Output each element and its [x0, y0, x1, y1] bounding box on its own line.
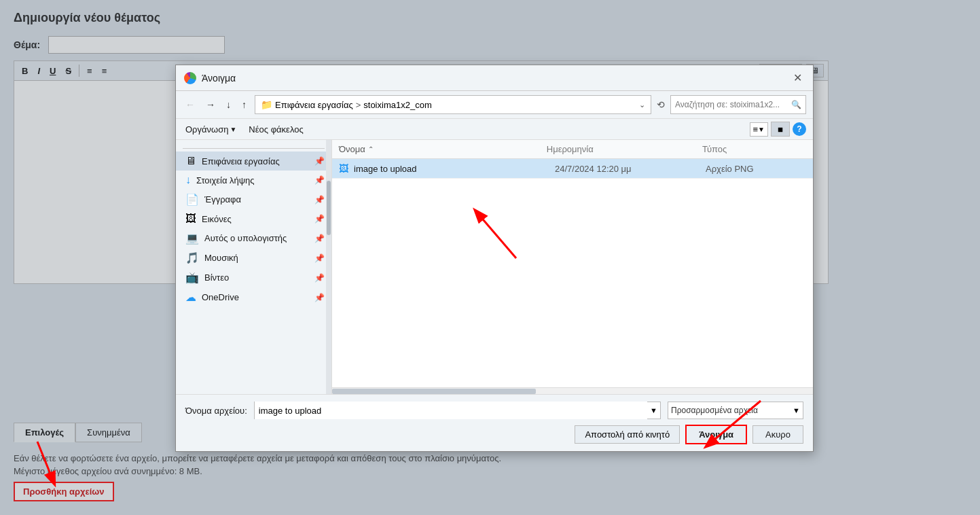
cancel-button[interactable]: Ακυρο [752, 425, 803, 444]
sidebar-item-computer[interactable]: 💻 Αυτός ο υπολογιστής 📌 [176, 228, 331, 248]
filetype-value: Προσαρμοσμένα αρχεία [671, 406, 793, 415]
sidebar-pin-images-icon: 📌 [314, 214, 325, 224]
nav-down-button[interactable]: ↓ [223, 98, 234, 111]
open-button[interactable]: Άνοιγμα [685, 425, 747, 444]
documents-icon: 📄 [185, 193, 199, 206]
sidebar-pin-computer-icon: 📌 [314, 234, 325, 243]
dialog-filelist: Όνομα ⌃ Ημερομηνία Τύπος 🖼 image to uplo… [332, 140, 813, 387]
sidebar-item-video[interactable]: 📺 Βίντεο 📌 [176, 268, 331, 287]
sidebar-video-label: Βίντεο [204, 272, 314, 283]
file-dialog: Άνοιγμα ✕ ← → ↓ ↑ 📁 Επιφάνεια εργασίας >… [175, 65, 814, 452]
sidebar-pin-video-icon: 📌 [314, 273, 325, 283]
sidebar-pin-icon: 📌 [314, 156, 325, 166]
new-folder-button[interactable]: Νέος φάκελος [246, 123, 306, 136]
view-list-button[interactable]: ≡ ▼ [750, 122, 769, 137]
search-input[interactable] [675, 100, 791, 109]
organize-chevron-icon: ▼ [230, 126, 236, 133]
dialog-content: 🖥 Επιφάνεια εργασίας 📌 ↓ Στοιχεία λήψης … [176, 140, 813, 394]
view-list-icon: ≡ [753, 124, 759, 135]
search-box: 🔍 [670, 95, 806, 114]
sidebar-downloads-label: Στοιχεία λήψης [196, 175, 314, 185]
sidebar-pin-music-icon: 📌 [314, 253, 325, 263]
nav-forward-button[interactable]: → [203, 98, 218, 111]
sidebar-separator [183, 148, 325, 149]
send-mobile-button[interactable]: Αποστολή από κινητό [575, 425, 680, 444]
filename-input[interactable] [255, 402, 647, 419]
sidebar-item-desktop[interactable]: 🖥 Επιφάνεια εργασίας 📌 [176, 152, 331, 171]
breadcrumb-desktop: Επιφάνεια εργασίας [275, 100, 353, 110]
sidebar-onedrive-label: OneDrive [202, 292, 314, 302]
sidebar-item-downloads[interactable]: ↓ Στοιχεία λήψης 📌 [176, 171, 331, 190]
computer-icon: 💻 [185, 232, 199, 245]
view-chevron-icon: ▼ [758, 126, 765, 133]
help-button[interactable]: ? [793, 122, 806, 136]
filelist-horizontal-scrollbar[interactable] [332, 387, 813, 394]
nav-up-button[interactable]: ↑ [239, 98, 249, 111]
onedrive-icon: ☁ [185, 291, 196, 304]
breadcrumb-chevron-icon: ⌄ [639, 101, 645, 109]
sidebar-desktop-label: Επιφάνεια εργασίας [202, 156, 314, 166]
filelist-scroll-thumb [332, 389, 536, 394]
sidebar-pin-downloads-icon: 📌 [314, 175, 325, 185]
breadcrumb-separator: > [356, 100, 361, 110]
sidebar-images-label: Εικόνες [202, 214, 314, 224]
breadcrumb-folder: stoixima1x2_com [363, 100, 431, 110]
organize-label: Οργάνωση [185, 124, 228, 135]
dialog-buttons-row: Αποστολή από κινητό Άνοιγμα Ακυρο [185, 425, 803, 444]
refresh-button[interactable]: ⟲ [657, 99, 665, 110]
table-row[interactable]: 🖼 image to upload 24/7/2024 12:20 μμ Αρχ… [332, 159, 813, 179]
filelist-container: Όνομα ⌃ Ημερομηνία Τύπος 🖼 image to uplo… [332, 140, 813, 394]
dialog-titlebar: Άνοιγμα ✕ [176, 65, 813, 91]
sidebar-scroll-thumb [327, 181, 331, 235]
file-date: 24/7/2024 12:20 μμ [555, 164, 706, 174]
dialog-file-toolbar: Οργάνωση ▼ Νέος φάκελος ≡ ▼ ■ ? [176, 119, 813, 140]
col-name-header[interactable]: Όνομα ⌃ [339, 144, 547, 154]
dialog-sidebar: 🖥 Επιφάνεια εργασίας 📌 ↓ Στοιχεία λήψης … [176, 140, 332, 394]
video-icon: 📺 [185, 271, 199, 284]
desktop-icon: 🖥 [185, 155, 196, 167]
dialog-overlay: Άνοιγμα ✕ ← → ↓ ↑ 📁 Επιφάνεια εργασίας >… [0, 0, 980, 515]
dialog-bottom: Όνομα αρχείου: ▼ Προσαρμοσμένα αρχεία ▼ … [176, 394, 813, 451]
sort-arrow-icon: ⌃ [368, 145, 374, 153]
filetype-chevron-icon[interactable]: ▼ [793, 406, 800, 414]
file-name: image to upload [354, 164, 555, 174]
file-png-icon: 🖼 [339, 163, 348, 174]
filelist-header: Όνομα ⌃ Ημερομηνία Τύπος [332, 140, 813, 159]
dialog-addressbar: ← → ↓ ↑ 📁 Επιφάνεια εργασίας > stoixima1… [176, 91, 813, 119]
sidebar-computer-label: Αυτός ο υπολογιστής [204, 233, 314, 243]
nav-back-button[interactable]: ← [183, 98, 198, 111]
breadcrumb-folder-icon: 📁 [261, 99, 272, 110]
sidebar-item-images[interactable]: 🖼 Εικόνες 📌 [176, 209, 331, 228]
images-icon: 🖼 [185, 213, 196, 225]
dialog-close-button[interactable]: ✕ [791, 71, 805, 84]
sidebar-item-onedrive[interactable]: ☁ OneDrive 📌 [176, 287, 331, 307]
file-type: Αρχείο PNG [706, 164, 806, 174]
filename-label: Όνομα αρχείου: [185, 406, 247, 416]
sidebar-item-music[interactable]: 🎵 Μουσική 📌 [176, 248, 331, 268]
sidebar-music-label: Μουσική [204, 253, 314, 263]
breadcrumb-bar[interactable]: 📁 Επιφάνεια εργασίας > stoixima1x2_com ⌄ [255, 95, 651, 114]
sidebar-pin-docs-icon: 📌 [314, 195, 325, 205]
sidebar-documents-label: Έγγραφα [204, 194, 314, 205]
organize-button[interactable]: Οργάνωση ▼ [183, 123, 239, 136]
sidebar-item-documents[interactable]: 📄 Έγγραφα 📌 [176, 190, 331, 209]
dialog-title: Άνοιγμα [202, 73, 236, 84]
sidebar-pin-onedrive-icon: 📌 [314, 293, 325, 302]
view-tiles-button[interactable]: ■ [771, 122, 790, 137]
view-buttons: ≡ ▼ ■ ? [750, 122, 807, 137]
dialog-browser-icon [184, 72, 196, 84]
filename-row: Όνομα αρχείου: ▼ Προσαρμοσμένα αρχεία ▼ [185, 402, 803, 419]
col-type-header[interactable]: Τύπος [702, 144, 806, 154]
filename-chevron-icon[interactable]: ▼ [647, 406, 660, 414]
music-icon: 🎵 [185, 251, 199, 264]
search-icon-button[interactable]: 🔍 [791, 100, 801, 109]
col-date-header[interactable]: Ημερομηνία [547, 144, 702, 154]
sidebar-scrollbar[interactable] [326, 140, 331, 394]
col-name-label: Όνομα [339, 144, 365, 154]
downloads-icon: ↓ [185, 174, 191, 186]
